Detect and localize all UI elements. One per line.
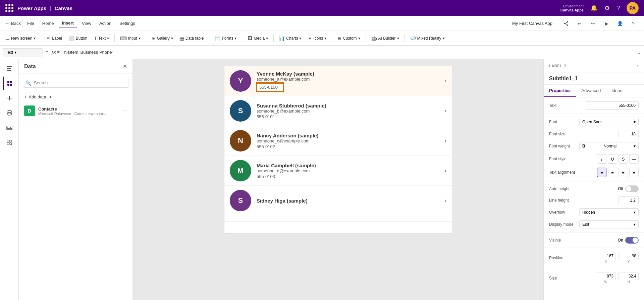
media-button[interactable]: 🖼 Media ▾: [245, 34, 271, 43]
visible-toggle-knob: [633, 238, 638, 243]
gallery-item-0[interactable]: Y Yvonne McKay (sample) someone_a@exampl…: [224, 66, 452, 96]
gallery-item-2[interactable]: N Nancy Anderson (sample) someone_c@exam…: [224, 126, 452, 156]
font-size-input[interactable]: [619, 130, 639, 138]
icons-button[interactable]: ✦ Icons ▾: [305, 34, 329, 43]
menu-insert[interactable]: Insert: [59, 18, 77, 28]
props-layout-section: Auto height Off Line height Overflow Hid…: [544, 181, 644, 233]
svg-point-1: [567, 25, 568, 26]
visible-toggle[interactable]: [625, 237, 639, 244]
props-visible-row: Visible On: [549, 237, 639, 244]
align-left-button[interactable]: ≡: [597, 168, 606, 177]
contact-info-2: Nancy Anderson (sample) someone_c@exampl…: [257, 133, 442, 149]
avatar-1: S: [230, 100, 251, 122]
contact-info-4: Sidney Higa (sample): [257, 198, 442, 204]
contact-name-3: Maria Campbell (sample): [257, 163, 442, 168]
top-bar-right: Environment Canvas Apps 🔔 ⚙ ? PA: [560, 2, 639, 14]
svg-rect-5: [7, 66, 12, 67]
settings-icon[interactable]: ⚙: [604, 4, 610, 12]
sidebar-icon-tree[interactable]: [3, 62, 16, 75]
toolbar-sep-9: [405, 34, 405, 42]
font-weight-select[interactable]: B Normal ▾: [579, 142, 639, 150]
menu-action[interactable]: Action: [96, 19, 115, 28]
size-w-input[interactable]: [596, 272, 616, 280]
add-data-button[interactable]: + Add data ▾: [19, 92, 132, 102]
sidebar-icon-media[interactable]: [3, 121, 16, 134]
sidebar-icon-data[interactable]: [3, 77, 16, 90]
input-button[interactable]: ⌨ Input ▾: [117, 34, 143, 43]
user-add-icon[interactable]: 👤: [614, 18, 625, 29]
auto-height-label: Auto height: [549, 186, 579, 191]
share-icon[interactable]: [561, 18, 572, 29]
contacts-more-icon[interactable]: ···: [123, 108, 127, 114]
position-x-input[interactable]: [596, 252, 616, 260]
size-h-input[interactable]: [619, 272, 639, 280]
formula-input[interactable]: [62, 50, 635, 55]
display-mode-select[interactable]: Edit ▾: [579, 220, 639, 228]
menu-view[interactable]: View: [78, 19, 95, 28]
user-avatar[interactable]: PA: [627, 2, 639, 14]
display-mode-dropdown-icon: ▾: [634, 222, 636, 227]
gallery-item-1[interactable]: S Susanna Stubberod (sample) someone_b@e…: [224, 96, 452, 126]
new-screen-button[interactable]: ▭ New screen ▾: [3, 34, 38, 43]
sidebar-icon-components[interactable]: [3, 136, 16, 149]
overflow-select[interactable]: Hidden ▾: [579, 208, 639, 216]
field-dropdown[interactable]: Text ▾: [3, 48, 43, 56]
fx-button[interactable]: ƒx ▾: [51, 50, 59, 55]
redo-icon[interactable]: ↪: [588, 18, 598, 29]
position-y-input[interactable]: [619, 252, 639, 260]
help-question-icon[interactable]: ?: [628, 18, 639, 29]
font-select[interactable]: Open Sans ▾: [579, 118, 639, 126]
text-prop-input[interactable]: [585, 101, 639, 110]
data-source-contacts[interactable]: D Contacts Microsoft Dataverse - Current…: [19, 102, 132, 120]
close-panel-button[interactable]: ✕: [123, 63, 127, 70]
button-button[interactable]: ⬜ Button: [66, 34, 90, 43]
contact-phone-0[interactable]: 555-0100: [257, 83, 283, 91]
fx-arrow-icon: ▾: [57, 50, 59, 55]
tab-ideas[interactable]: Ideas: [606, 85, 628, 97]
underline-button[interactable]: U: [608, 154, 617, 164]
sidebar-icon-add[interactable]: [3, 91, 16, 105]
charts-button[interactable]: 📊 Charts ▾: [276, 34, 304, 43]
data-table-button[interactable]: ▦ Data table: [177, 34, 207, 43]
notification-icon[interactable]: 🔔: [590, 4, 598, 12]
align-justify-button[interactable]: ≡: [629, 168, 639, 177]
mixed-reality-button[interactable]: 🥽 Mixed Reality ▾: [408, 34, 447, 43]
more-style-button[interactable]: —: [629, 154, 639, 164]
help-icon[interactable]: ?: [616, 5, 620, 12]
tab-advanced[interactable]: Advanced: [576, 85, 606, 97]
tab-properties[interactable]: Properties: [544, 85, 576, 97]
text-button[interactable]: T Text ▾: [91, 34, 112, 43]
undo-icon[interactable]: ↩: [574, 18, 585, 29]
gallery-button[interactable]: ⊞ Gallery ▾: [149, 34, 176, 43]
label-button[interactable]: ✏ Label: [44, 34, 64, 43]
menu-settings[interactable]: Settings: [116, 19, 139, 28]
back-button[interactable]: ← Back: [5, 21, 21, 26]
props-expand-icon[interactable]: ›: [637, 63, 639, 69]
gallery-item-3[interactable]: M Maria Campbell (sample) someone_d@exam…: [224, 156, 452, 186]
props-font-row: Font Open Sans ▾: [549, 118, 639, 126]
menu-home[interactable]: Home: [39, 19, 57, 28]
props-font-section: Font Open Sans ▾ Font size Font weight B…: [544, 114, 644, 181]
custom-button[interactable]: ⊕ Custom ▾: [335, 34, 363, 43]
toolbar-sep-8: [366, 34, 366, 42]
forms-icon: 📄: [215, 36, 220, 41]
align-right-button[interactable]: ≡: [619, 168, 628, 177]
forms-button[interactable]: 📄 Forms ▾: [212, 34, 239, 43]
line-height-input[interactable]: [619, 196, 639, 204]
menu-file[interactable]: File: [24, 19, 38, 28]
ai-builder-button[interactable]: 🤖 AI Builder ▾: [369, 34, 402, 43]
data-search-input[interactable]: [23, 78, 128, 88]
add-data-plus-icon: +: [24, 94, 27, 99]
strikethrough-button[interactable]: S: [619, 154, 628, 164]
auto-height-toggle[interactable]: [625, 185, 639, 192]
align-center-button[interactable]: ≡: [608, 168, 617, 177]
gallery-item-4[interactable]: S Sidney Higa (sample) ›: [224, 186, 452, 222]
label-help-icon[interactable]: ?: [564, 63, 566, 69]
italic-button[interactable]: I: [597, 154, 606, 164]
play-icon[interactable]: ▶: [601, 18, 612, 29]
apps-grid-icon[interactable]: [5, 4, 13, 12]
sidebar-icon-variables[interactable]: [3, 106, 16, 120]
formula-expand-icon[interactable]: ⌄: [637, 50, 641, 55]
main-layout: Data ✕ 🔍 + Add data ▾ D Contacts Microso…: [0, 59, 644, 300]
contact-email-1: someone_b@example.com: [257, 109, 442, 114]
